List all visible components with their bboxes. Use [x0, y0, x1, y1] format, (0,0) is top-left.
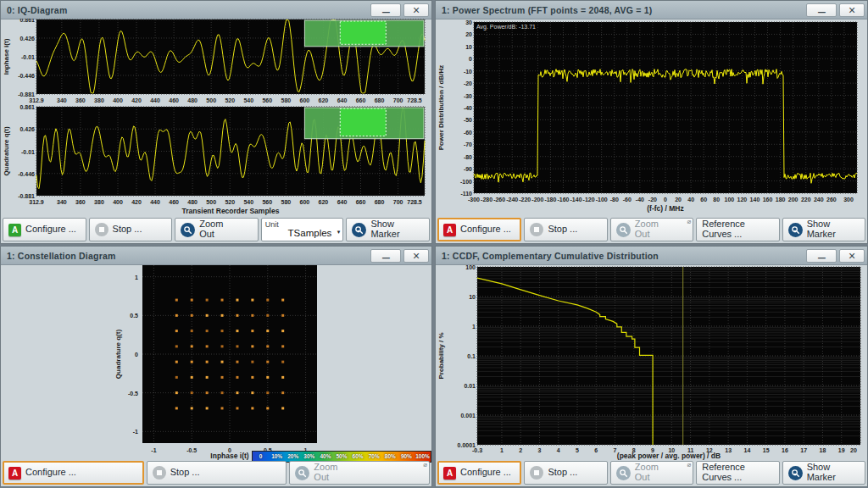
minimize-button[interactable]: —	[370, 3, 401, 17]
stop-button[interactable]: Stop ...	[524, 218, 607, 241]
x-tick-label: 6	[594, 447, 598, 453]
x-tick-label: 13	[725, 447, 732, 453]
iq-plot-region[interactable]: 0.8610.426-0.01-0.446-0.881Inphase i(t)3…	[1, 19, 431, 215]
spectrum-plot-region[interactable]: Avg. Power/dB: -13.713020100-10-20-30-40…	[436, 19, 867, 215]
configure-a-icon: A	[8, 467, 21, 480]
y-tick-label: -40	[464, 105, 472, 111]
zoom-out-button[interactable]: ZoomOut ⌀	[289, 461, 430, 485]
minimize-button[interactable]: —	[806, 3, 837, 17]
y-tick-label: -30	[464, 93, 472, 99]
iq-titlebar[interactable]: 0: IQ-Diagram — ×	[1, 1, 431, 19]
constellation-point	[175, 345, 178, 347]
y-tick-label: 0.1	[467, 353, 476, 359]
x-tick-label: -80	[610, 197, 619, 202]
y-tick-label: -20	[464, 80, 472, 86]
show-marker-button[interactable]: ShowMarker	[346, 218, 430, 241]
configure-button[interactable]: A Configure ...	[3, 461, 144, 485]
constellation-point	[236, 361, 238, 363]
stop-icon	[530, 466, 543, 480]
constellation-point	[191, 361, 193, 363]
constellation-point	[281, 314, 284, 317]
x-axis-title: Inphase i(t)	[210, 452, 249, 460]
zoom-out-button[interactable]: ZoomOut	[175, 218, 259, 241]
spectrum-titlebar[interactable]: 1: Power Spectrum (FFT points = 2048, AV…	[436, 1, 867, 19]
constellation-point	[221, 376, 224, 379]
x-tick-label: 20	[675, 197, 682, 202]
unit-dropdown[interactable]: Unit TSamples ▾	[261, 218, 344, 241]
close-button[interactable]: ×	[839, 249, 865, 263]
constellation-plot-region[interactable]: 10.50-0.5-1Quadrature q(t)-1-0.500.51Inp…	[1, 264, 431, 460]
constellation-point	[281, 345, 284, 347]
y-tick-label: 0.001	[460, 413, 476, 419]
x-tick-label: 660	[356, 199, 366, 205]
x-tick-label: -0.5	[186, 447, 197, 453]
constellation-point	[266, 299, 269, 302]
iq-toolbar: A Configure ... Stop ... ZoomOut Unit TS…	[3, 218, 430, 241]
colorbar-label: 50%	[333, 454, 349, 460]
x-tick-label: -260	[493, 197, 505, 202]
colorbar-label: 100%	[415, 454, 431, 460]
stop-button[interactable]: Stop ...	[524, 461, 607, 485]
x-tick-label: 120	[737, 197, 748, 202]
constellation-point	[266, 407, 269, 409]
screen: 0: IQ-Diagram — × 0.8610.426-0.01-0.446-…	[0, 0, 868, 488]
constellation-point	[221, 314, 224, 317]
constellation-window-title: 1: Constellation Diagram	[1, 251, 370, 261]
configure-button[interactable]: A Configure ...	[437, 218, 521, 241]
x-tick-label: 16	[782, 447, 788, 453]
magnifier-icon	[181, 223, 195, 237]
y-tick-label: -110	[460, 191, 472, 197]
x-tick-label: 420	[131, 199, 142, 205]
configure-button[interactable]: A Configure ...	[3, 218, 86, 241]
close-button[interactable]: ×	[403, 3, 429, 17]
zoom-out-button[interactable]: ZoomOut ⌀	[610, 461, 693, 485]
x-tick-label: -140	[570, 197, 582, 202]
ccdf-plot-region[interactable]: 1001010.10.010.0010.0001Probability / %-…	[436, 264, 867, 460]
x-tick-label: -20	[648, 197, 657, 202]
reference-curves-button[interactable]: ReferenceCurves ...	[696, 461, 779, 485]
constellation-point	[266, 361, 269, 363]
reference-curves-button[interactable]: ReferenceCurves ...	[696, 218, 779, 241]
stop-button[interactable]: Stop ...	[89, 218, 173, 241]
x-tick-label: 680	[375, 97, 385, 103]
y-axis-title: Power Distribution / dB/Hz	[437, 65, 445, 150]
close-button[interactable]: ×	[403, 249, 429, 263]
x-tick-label: 580	[281, 97, 292, 103]
constellation-point	[251, 330, 253, 332]
zoom-out-button[interactable]: ZoomOut ⌀	[610, 218, 693, 241]
y-tick-label: -0.446	[18, 171, 35, 177]
x-axis-title: (f-fc) / MHz	[647, 204, 683, 213]
constellation-titlebar[interactable]: 1: Constellation Diagram — ×	[1, 247, 431, 265]
selection-region-inner[interactable]	[340, 108, 386, 136]
x-tick-label: 140	[750, 197, 760, 202]
minimize-button[interactable]: —	[806, 249, 837, 263]
y-tick-label: 0.426	[19, 36, 35, 42]
x-tick-label: 420	[131, 97, 142, 103]
y-axis-title: Inphase i(t)	[3, 38, 10, 75]
constellation-point	[191, 376, 193, 379]
constellation-point	[251, 361, 253, 363]
constellation-point	[266, 314, 269, 317]
y-tick-label: 0	[135, 352, 138, 358]
close-button[interactable]: ×	[839, 3, 865, 17]
colorbar-label: 40%	[317, 454, 333, 460]
y-tick-label: -0.01	[21, 54, 35, 60]
show-marker-button[interactable]: ShowMarker	[782, 461, 865, 485]
stop-button[interactable]: Stop ...	[147, 461, 287, 485]
ccdf-titlebar[interactable]: 1: CCDF, Complementary Cumulative Distri…	[436, 247, 867, 265]
constellation-point	[251, 299, 253, 302]
x-tick-label: 2	[519, 447, 522, 453]
constellation-point	[191, 330, 193, 332]
configure-button[interactable]: A Configure ...	[437, 461, 521, 485]
constellation-point	[206, 407, 209, 409]
selection-region-inner[interactable]	[340, 21, 386, 44]
x-axis-title: (peak power / avg. power) / dB	[617, 452, 721, 460]
minimize-button[interactable]: —	[370, 249, 401, 263]
show-marker-button[interactable]: ShowMarker	[782, 218, 865, 241]
y-axis-title: Quadrature q(t)	[3, 126, 10, 176]
stop-icon	[153, 466, 166, 480]
x-tick-label: -100	[596, 197, 608, 202]
x-tick-label: -200	[531, 197, 543, 202]
magnifier-icon	[616, 223, 631, 237]
spectrum-toolbar: A Configure ... Stop ... ZoomOut ⌀ Refer…	[437, 218, 865, 241]
